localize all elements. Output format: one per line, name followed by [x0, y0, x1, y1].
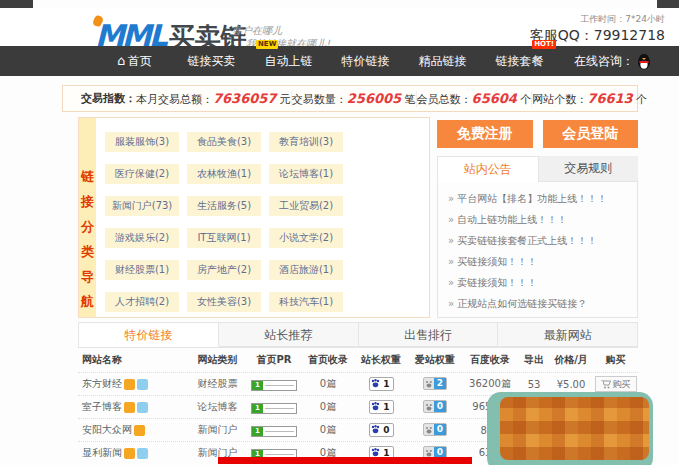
site-name[interactable]: 安阳大众网 [82, 423, 132, 437]
nav-premium-links[interactable]: 精品链接 [404, 53, 481, 70]
site-tag-orange-icon [124, 448, 135, 459]
stat-suffix: 个 [633, 93, 648, 106]
nav-special-links-label: 特价链接 [342, 54, 390, 68]
pr-value: 1 [252, 404, 263, 413]
notice-item[interactable]: 平台网站【排名】功能上线！！！ [448, 188, 627, 209]
notice-item[interactable]: 卖链接须知！！！ [448, 272, 627, 293]
site-category: 论坛博客 [190, 400, 245, 414]
category-item[interactable]: 酒店旅游(1) [269, 260, 343, 280]
zz-weight-value: 0 [381, 425, 393, 435]
nav-link-trade[interactable]: 链接买卖 [173, 53, 250, 70]
tab-webmaster-recommend[interactable]: 站长推荐 [219, 322, 359, 347]
category-item[interactable]: 论坛博客(1) [269, 164, 343, 184]
tab-trade-rules[interactable]: 交易规则 [539, 156, 639, 182]
censored-mosaic-overlay [487, 392, 653, 465]
site-name[interactable]: 东方财经 [82, 377, 122, 391]
col-home-pr: 首页PR [245, 353, 303, 367]
category-item[interactable]: 食品美食(3) [187, 132, 261, 152]
paw-icon [424, 379, 434, 389]
nav-online-consult[interactable]: 在线咨询： [574, 53, 651, 70]
export-count: 53 [519, 379, 549, 390]
stat-item: 交易数量：256005 笔 [291, 91, 416, 107]
col-home-collect: 首页收录 [303, 353, 353, 367]
nav-link-package[interactable]: HOT! 链接套餐 [481, 53, 558, 70]
site-tag-orange-icon [124, 402, 135, 413]
category-item[interactable]: 财经股票(1) [105, 260, 179, 280]
paw-icon [424, 402, 434, 412]
stat-value: 7636057 [213, 91, 276, 106]
col-site-category: 网站类别 [190, 353, 245, 367]
category-item[interactable]: 服装服饰(3) [105, 132, 179, 152]
site-category: 新闻门户 [190, 423, 245, 437]
notice-item[interactable]: 买链接须知！！！ [448, 251, 627, 272]
category-item[interactable]: 人才招聘(2) [105, 292, 179, 312]
main-nav: ⌂首页 链接买卖 NEW 自动上链 特价链接 精品链接 HOT! 链接套餐 在线… [0, 46, 679, 76]
notice-item[interactable]: 买卖链链接套餐正式上线！！！ [448, 230, 627, 251]
category-vertical-char: 导 [79, 264, 96, 289]
register-button[interactable]: 免费注册 [437, 120, 533, 148]
category-item[interactable]: 小说文学(2) [269, 228, 343, 248]
col-zz-weight: 站长权重 [353, 353, 409, 367]
tab-site-notice[interactable]: 站内公告 [437, 156, 539, 182]
stat-value: 256005 [347, 91, 401, 106]
category-item[interactable]: 女性美容(3) [187, 292, 261, 312]
nav-link-trade-label: 链接买卖 [188, 54, 236, 68]
category-item[interactable]: 生活服务(5) [187, 196, 261, 216]
tab-newest-sites[interactable]: 最新网站 [498, 322, 638, 347]
col-buy: 购买 [593, 353, 638, 367]
site-tag-orange-icon [124, 379, 135, 390]
category-item[interactable]: 房产地产(2) [187, 260, 261, 280]
top-right-chrome-strip [657, 0, 679, 8]
buy-button[interactable]: 购买 [595, 376, 637, 392]
az-weight-badge: 0 [423, 400, 447, 413]
nav-home[interactable]: ⌂首页 [96, 53, 173, 70]
pr-line [265, 408, 294, 409]
category-item[interactable]: 新闻门户(73) [105, 196, 179, 216]
tab-sales-ranking[interactable]: 出售排行 [359, 322, 499, 347]
zz-weight-badge: 0 [369, 423, 394, 437]
category-item[interactable]: 科技汽车(1) [269, 292, 343, 312]
stat-prefix: 交易数量： [292, 93, 347, 106]
category-item[interactable]: 医疗保健(2) [105, 164, 179, 184]
cart-icon [601, 380, 611, 389]
site-category: 财经股票 [190, 377, 245, 391]
category-vertical-char: 航 [79, 289, 96, 314]
login-button[interactable]: 会员登陆 [543, 120, 639, 148]
paw-icon [370, 378, 381, 389]
category-item[interactable]: IT互联网(1) [187, 228, 261, 248]
category-item[interactable]: 游戏娱乐(2) [105, 228, 179, 248]
notice-list: 平台网站【排名】功能上线！！！自动上链功能上线！！！买卖链链接套餐正式上线！！！… [437, 182, 638, 318]
stat-prefix: 网站个数： [532, 93, 587, 106]
stat-prefix: 会员总数： [417, 93, 472, 106]
site-name[interactable]: 室子博客 [82, 400, 122, 414]
qq-penguin-icon [637, 53, 651, 70]
pr-bar: 1 [251, 380, 297, 391]
site-name[interactable]: 显利新闻 [82, 446, 122, 460]
pr-value: 1 [252, 381, 263, 390]
pr-bar: 1 [251, 403, 297, 414]
category-item[interactable]: 农林牧渔(1) [187, 164, 261, 184]
col-baidu-collect: 百度收录 [461, 353, 519, 367]
stat-prefix: 本月交易总额： [136, 93, 213, 106]
category-item[interactable]: 教育培训(3) [269, 132, 343, 152]
az-weight-value: 0 [434, 401, 446, 412]
new-badge: NEW [256, 40, 278, 49]
notice-item[interactable]: 正规站点如何选链接买链接？ [448, 293, 627, 314]
nav-auto-link[interactable]: NEW 自动上链 [250, 53, 327, 70]
nav-special-links[interactable]: 特价链接 [327, 53, 404, 70]
nav-auto-link-label: 自动上链 [265, 54, 313, 68]
pr-line [265, 431, 294, 432]
notice-tabs: 站内公告 交易规则 [437, 156, 638, 182]
notice-item[interactable]: 自动上链功能上线！！！ [448, 209, 627, 230]
tab-special-links[interactable]: 特价链接 [78, 322, 219, 347]
stat-item: 网站个数：76613 个 [531, 91, 647, 107]
category-item[interactable]: 工业贸易(2) [269, 196, 343, 216]
category-vertical-label: 链接分类导航 [79, 118, 96, 317]
tagline-line1: 客户在哪儿 [232, 24, 330, 37]
table-header: 网站名称 网站类别 首页PR 首页收录 站长权重 爱站权重 百度收录 导出 价格… [78, 348, 638, 372]
page: MML 买卖链 客户在哪儿 我的链接就在哪儿! 工作时间：7*24小时 客服QQ… [0, 0, 679, 465]
az-weight-value: 0 [434, 424, 446, 435]
nav-online-consult-label: 在线咨询： [574, 53, 634, 70]
nav-home-label: 首页 [128, 54, 152, 68]
nav-premium-links-label: 精品链接 [419, 54, 467, 68]
